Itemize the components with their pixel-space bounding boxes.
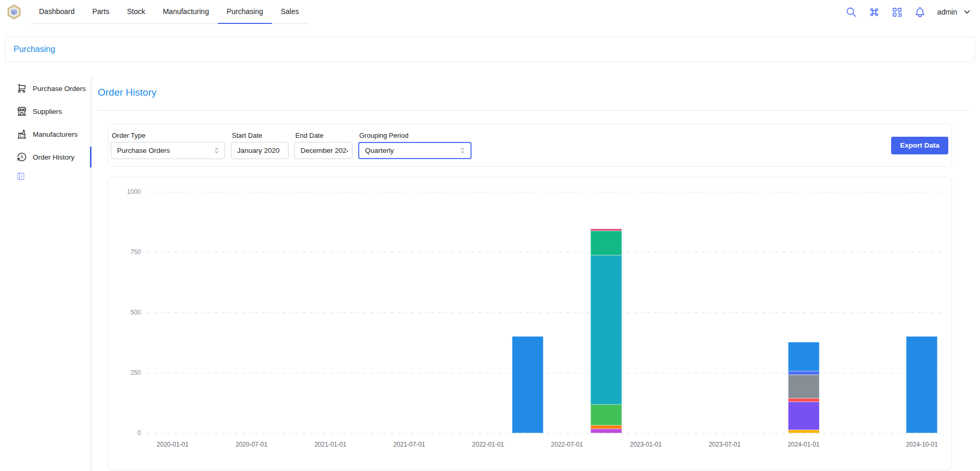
order-type-group: Order Type Purchase Orders	[111, 132, 225, 159]
y-axis-tick-label: 750	[108, 248, 141, 256]
tab-parts[interactable]: Parts	[84, 0, 119, 23]
order-type-label: Order Type	[111, 132, 225, 139]
tab-sales[interactable]: Sales	[272, 0, 308, 23]
selector-icon	[213, 147, 220, 154]
breadcrumb-link-purchasing[interactable]: Purchasing	[14, 45, 55, 54]
x-axis-tick-label: 2022-01-01	[472, 441, 504, 448]
start-date-value: January 2020	[237, 147, 284, 154]
order-type-select[interactable]: Purchase Orders	[111, 142, 225, 159]
search-icon[interactable]	[843, 3, 860, 21]
chart-card: 025050075010002020-01-012020-07-012021-0…	[108, 177, 952, 470]
stacked-bar-2022-04-01[interactable]	[512, 336, 543, 433]
grouping-period-label: Grouping Period	[358, 132, 472, 139]
x-axis-tick-label: 2024-01-01	[788, 441, 819, 448]
end-date-label: End Date	[294, 132, 352, 139]
factory-icon	[17, 129, 27, 139]
bar-segment	[906, 336, 937, 433]
bar-segment	[788, 430, 819, 433]
export-data-button[interactable]: Export Data	[891, 137, 948, 154]
stacked-bar-2024-10-01[interactable]	[906, 336, 937, 433]
top-navbar: DashboardPartsStockManufacturingPurchasi…	[0, 0, 980, 24]
command-icon[interactable]	[866, 3, 883, 21]
grouping-period-group: Grouping Period Quarterly	[358, 132, 472, 159]
grouping-period-value: Quarterly	[365, 147, 459, 154]
x-axis-tick-label: 2023-07-01	[709, 441, 740, 448]
selector-icon	[459, 147, 466, 154]
sidebar-nav: Purchase OrdersSuppliersManufacturersOrd…	[0, 77, 92, 168]
qr-scan-icon[interactable]	[888, 3, 906, 21]
bar-segment	[788, 398, 819, 402]
sidebar-item-purchase-orders[interactable]: Purchase Orders	[0, 77, 92, 100]
sidebar-item-label: Suppliers	[33, 108, 62, 115]
x-axis-tick-label: 2022-07-01	[551, 441, 583, 448]
gridline	[147, 252, 944, 253]
chevron-down-icon	[962, 7, 972, 17]
bar-segment	[591, 231, 622, 255]
notification-bell-icon[interactable]	[911, 3, 929, 21]
grouping-period-select[interactable]: Quarterly	[358, 142, 472, 159]
sidebar-item-label: Manufacturers	[33, 130, 77, 138]
x-axis-tick-label: 2024-10-01	[906, 441, 937, 448]
bar-segment	[591, 425, 622, 429]
gridline	[147, 312, 944, 313]
bar-segment	[788, 371, 819, 375]
main-panel: Order History Order Type Purchase Orders…	[92, 62, 980, 471]
bar-segment	[788, 375, 819, 398]
sidebar-item-order-history[interactable]: Order History	[0, 146, 92, 168]
tab-purchasing[interactable]: Purchasing	[218, 0, 272, 23]
header-actions: admin	[843, 3, 972, 21]
breadcrumb: Purchasing	[5, 36, 975, 62]
history-icon	[17, 152, 27, 162]
main-tabs: DashboardPartsStockManufacturingPurchasi…	[30, 0, 308, 24]
sidebar-collapse-icon[interactable]	[16, 172, 25, 181]
page-title: Order History	[98, 87, 156, 98]
app-logo[interactable]	[6, 4, 22, 20]
user-menu[interactable]: admin	[937, 7, 972, 17]
start-date-input[interactable]: January 2020	[231, 142, 289, 159]
end-date-value: December 2024	[300, 147, 348, 154]
gridline	[147, 433, 944, 434]
stacked-bar-2024-01-01[interactable]	[788, 342, 819, 433]
building-store-icon	[17, 106, 27, 116]
shopping-cart-icon	[17, 83, 27, 94]
tab-stock[interactable]: Stock	[118, 0, 154, 23]
sidebar-item-label: Purchase Orders	[33, 85, 86, 93]
filter-card: Order Type Purchase Orders Start Date Ja…	[108, 124, 952, 167]
sidebar-item-suppliers[interactable]: Suppliers	[0, 100, 92, 123]
tab-dashboard[interactable]: Dashboard	[30, 0, 84, 23]
sidebar-item-label: Order History	[33, 153, 74, 161]
start-date-label: Start Date	[231, 132, 289, 139]
bar-segment	[591, 255, 622, 405]
end-date-input[interactable]: December 2024	[294, 142, 352, 159]
sidebar: Purchase OrdersSuppliersManufacturersOrd…	[0, 62, 92, 471]
x-axis-tick-label: 2021-07-01	[393, 441, 425, 448]
x-axis-tick-label: 2023-01-01	[630, 441, 661, 448]
x-axis-tick-label: 2020-01-01	[156, 441, 188, 448]
bar-segment	[512, 336, 543, 433]
bar-segment	[788, 342, 819, 371]
y-axis-tick-label: 250	[108, 369, 141, 376]
gridline	[147, 373, 944, 373]
start-date-group: Start Date January 2020	[231, 132, 289, 159]
x-axis-tick-label: 2020-07-01	[236, 441, 267, 448]
tab-manufacturing[interactable]: Manufacturing	[154, 0, 218, 23]
bar-segment	[591, 429, 622, 433]
bar-segment	[788, 402, 819, 430]
sidebar-item-manufacturers[interactable]: Manufacturers	[0, 123, 92, 146]
y-axis-tick-label: 500	[108, 309, 141, 316]
plot-area: 025050075010002020-01-012020-07-012021-0…	[108, 177, 951, 470]
stacked-bar-2022-10-01[interactable]	[591, 229, 622, 433]
y-axis-tick-label: 1000	[108, 188, 141, 195]
divider	[98, 110, 968, 111]
end-date-group: End Date December 2024	[294, 132, 352, 159]
gridline	[147, 192, 944, 192]
order-type-value: Purchase Orders	[117, 147, 213, 154]
y-axis-tick-label: 0	[108, 429, 141, 437]
user-name: admin	[937, 8, 957, 16]
x-axis-tick-label: 2021-01-01	[315, 441, 346, 448]
bar-segment	[591, 404, 622, 425]
